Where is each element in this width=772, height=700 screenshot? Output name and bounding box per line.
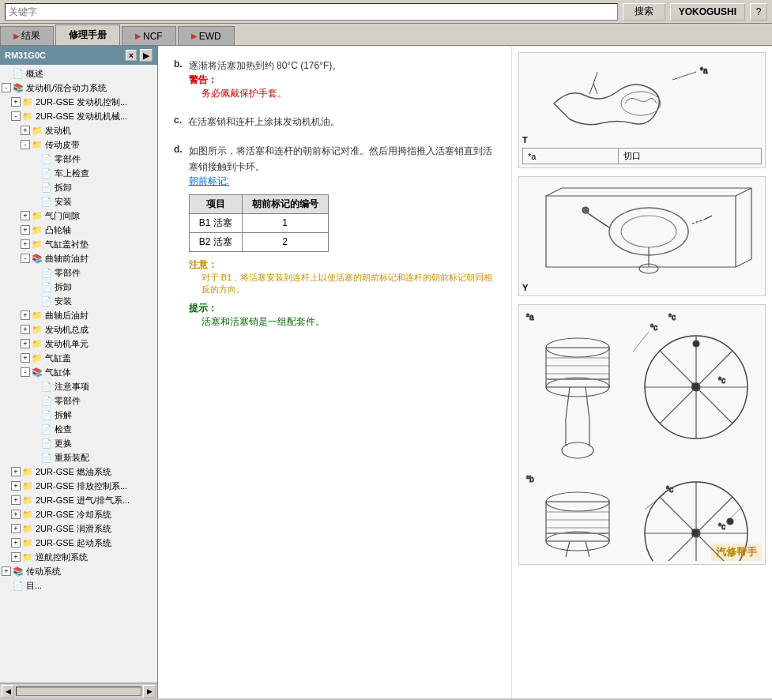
expander-emission[interactable]: +: [11, 481, 21, 491]
tree-item-reassemble[interactable]: 📄 重新装配: [0, 450, 157, 465]
tree-item-notes[interactable]: 📄 注意事项: [0, 379, 157, 393]
scroll-left-btn[interactable]: ◀: [2, 685, 14, 698]
tree-item-engine-system[interactable]: - 📚 发动机/混合动力系统: [0, 81, 157, 95]
expander-cblock[interactable]: -: [21, 367, 30, 377]
folder-icon-8: 📁: [32, 310, 43, 321]
expander-engine[interactable]: -: [2, 83, 11, 92]
expander-drive[interactable]: +: [2, 566, 11, 576]
folder-icon-13: 📁: [22, 480, 33, 491]
tree-item-engine[interactable]: + 📁 发动机: [0, 123, 157, 137]
expander-start[interactable]: +: [11, 538, 21, 548]
tree-item-disassemble1[interactable]: 📄 拆卸: [0, 180, 157, 194]
middle-diagram: Y: [518, 176, 766, 296]
tree-item-install1[interactable]: 📄 安装: [0, 194, 157, 209]
expander-lube[interactable]: +: [11, 524, 21, 533]
yokogushi-button[interactable]: YOKOGUSHI: [670, 3, 745, 21]
expander-fuel[interactable]: +: [11, 467, 21, 476]
folder-icon: 📁: [22, 96, 33, 107]
expander-eunit[interactable]: +: [21, 339, 30, 348]
step-d-link[interactable]: 朝前标记:: [189, 175, 495, 188]
tree-item-2ur-control[interactable]: + 📁 2UR-GSE 发动机控制...: [0, 95, 157, 109]
tab-arrow-ewd: ▶: [191, 32, 198, 40]
expander-cruise[interactable]: +: [11, 552, 21, 562]
no-expander-5: [30, 197, 40, 206]
svg-text:*c: *c: [668, 313, 676, 322]
svg-line-45: [730, 506, 744, 518]
help-button[interactable]: ?: [750, 3, 767, 21]
tree-item-replace[interactable]: 📄 更换: [0, 436, 157, 450]
tree-item-toc[interactable]: 📄 目...: [0, 578, 157, 593]
tree-item-valve[interactable]: + 📁 气门间隙: [0, 209, 157, 223]
tree-item-parts2[interactable]: 📄 零部件: [0, 265, 157, 280]
tab-ewd[interactable]: ▶ EWD: [178, 26, 235, 45]
top-diagram-label: T: [522, 135, 762, 145]
tree-item-2ur-mech[interactable]: - 📁 2UR-GSE 发动机机械...: [0, 109, 157, 123]
expander-gasket[interactable]: +: [21, 239, 30, 249]
expander-cam[interactable]: +: [21, 225, 30, 235]
tree-item-install2[interactable]: 📄 安装: [0, 294, 157, 308]
tree-item-belt[interactable]: - 📁 传动皮带: [0, 137, 157, 152]
panel-close-button[interactable]: ×: [126, 50, 137, 61]
page-icon-13: 📄: [41, 438, 52, 449]
expander-belt[interactable]: -: [21, 140, 30, 149]
step-d: d. 如图所示，将活塞和连杆的朝前标记对准。然后用拇指推入活塞销直到活塞销接触到…: [174, 144, 495, 328]
tree-item-camshaft[interactable]: + 📁 凸轮轴: [0, 223, 157, 237]
top-diagram-caption: *a 切口: [522, 148, 762, 164]
left-panel: RM31G0C × ▶ 📄 概述 - 📚 发动机/混合动力系统 + 📁 2UR-…: [0, 46, 158, 698]
tree-item-cruise[interactable]: + 📁 巡航控制系统: [0, 550, 157, 564]
scroll-right-btn[interactable]: ▶: [143, 685, 156, 698]
tree-item-emission[interactable]: + 📁 2UR-GSE 排放控制系...: [0, 479, 157, 493]
page-icon-2: 📄: [41, 153, 52, 164]
step-c-label: c.: [174, 115, 182, 126]
middle-diagram-label: Y: [522, 283, 762, 292]
tree-item-cylinder-block[interactable]: - 📚 气缸体: [0, 365, 157, 379]
tree-item-inspect[interactable]: 📄 检查: [0, 422, 157, 436]
tree-item-fuel[interactable]: + 📁 2UR-GSE 燃油系统: [0, 465, 157, 479]
main-area: RM31G0C × ▶ 📄 概述 - 📚 发动机/混合动力系统 + 📁 2UR-…: [0, 46, 772, 698]
tree-item-engine-assy[interactable]: + 📁 发动机总成: [0, 322, 157, 337]
bottom-diagram: *a *c: [518, 304, 766, 565]
tab-manual[interactable]: 修理手册: [55, 24, 120, 45]
tree-item-engine-unit[interactable]: + 📁 发动机单元: [0, 337, 157, 351]
tree-item-gasket[interactable]: + 📁 气缸盖衬垫: [0, 237, 157, 251]
page-icon-7: 📄: [41, 281, 52, 292]
note-title: 注意：: [189, 258, 495, 272]
expander-chead[interactable]: +: [21, 353, 30, 363]
tab-ncf[interactable]: ▶ NCF: [122, 26, 176, 45]
no-expander-12: [30, 424, 40, 434]
tree-item-carcheck[interactable]: 📄 车上检查: [0, 166, 157, 180]
expander-2ur-mech[interactable]: -: [11, 111, 21, 121]
panel-nav-button[interactable]: ▶: [140, 49, 153, 62]
search-input[interactable]: [5, 3, 618, 21]
tab-results[interactable]: ▶ 结果: [0, 26, 54, 45]
expander-cooling[interactable]: +: [11, 510, 21, 519]
tree-item-starter[interactable]: + 📁 2UR-GSE 起动系统: [0, 536, 157, 550]
folder-icon-10: 📁: [32, 338, 43, 349]
hint-text: 活塞和活塞销是一组配套件。: [201, 315, 495, 329]
tree-item-disassemble3[interactable]: 📄 拆解: [0, 408, 157, 422]
no-expander-2: [30, 154, 40, 164]
expander-fseal[interactable]: -: [21, 254, 30, 263]
tree-item-intake[interactable]: + 📁 2UR-GSE 进气/排气系...: [0, 493, 157, 507]
tree-item-parts1[interactable]: 📄 零部件: [0, 152, 157, 166]
tree-item-drivetrain[interactable]: + 📚 传动系统: [0, 564, 157, 578]
expander-engine2[interactable]: +: [21, 126, 30, 135]
svg-line-0: [672, 72, 696, 80]
expander-rseal[interactable]: +: [21, 310, 30, 320]
expander-intake[interactable]: +: [11, 495, 21, 505]
no-expander-15: [2, 581, 11, 590]
expander-2ur-ctrl[interactable]: +: [11, 97, 21, 107]
tree-item-rear-seal[interactable]: + 📁 曲轴后油封: [0, 308, 157, 322]
tree-item-parts3[interactable]: 📄 零部件: [0, 393, 157, 408]
tree-item-disassemble2[interactable]: 📄 拆卸: [0, 280, 157, 294]
tree-item-lube[interactable]: + 📁 2UR-GSE 润滑系统: [0, 521, 157, 536]
expander-eassy[interactable]: +: [21, 325, 30, 334]
tree-container[interactable]: 📄 概述 - 📚 发动机/混合动力系统 + 📁 2UR-GSE 发动机控制...…: [0, 65, 157, 683]
tree-item-gailan[interactable]: 📄 概述: [0, 66, 157, 81]
tree-item-cylinder-head[interactable]: + 📁 气缸盖: [0, 351, 157, 365]
tree-item-front-seal[interactable]: - 📚 曲轴前油封: [0, 251, 157, 265]
search-button[interactable]: 搜索: [623, 3, 665, 21]
page-icon-3: 📄: [41, 167, 52, 179]
tree-item-cooling[interactable]: + 📁 2UR-GSE 冷却系统: [0, 507, 157, 521]
expander-valve[interactable]: +: [21, 211, 30, 220]
